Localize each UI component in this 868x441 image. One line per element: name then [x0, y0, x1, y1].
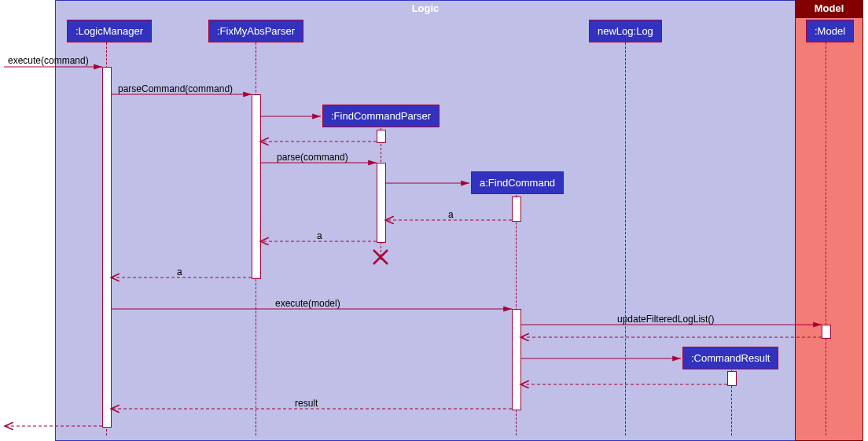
sequence-diagram: Logic Model :LogicManager :FixMyAbsParse…	[0, 0, 868, 441]
msg-execute: execute(command)	[8, 55, 89, 66]
msg-a2: a	[317, 230, 322, 241]
commandresult-activation	[727, 371, 737, 386]
msg-a1: a	[448, 209, 454, 220]
model-activation	[822, 325, 831, 339]
findcommandparser-activation-1	[377, 130, 386, 143]
model-frame: Model	[795, 0, 863, 441]
logicmanager-activation	[102, 67, 112, 428]
model-participant: :Model	[806, 20, 854, 42]
newlog-lifeline	[625, 42, 626, 435]
logic-frame-title: Logic	[412, 2, 440, 14]
model-frame-header: Model	[796, 1, 862, 18]
msg-parse: parse(command)	[277, 152, 348, 163]
findcommand-activation-1	[512, 197, 521, 222]
model-lifeline	[826, 42, 826, 435]
commandresult-participant: :CommandResult	[682, 347, 778, 369]
msg-a3: a	[177, 266, 182, 277]
findcommandparser-participant: :FindCommandParser	[322, 105, 440, 127]
logic-frame: Logic	[55, 0, 796, 441]
msg-result: result	[295, 398, 318, 409]
findcommandparser-activation-2	[377, 163, 386, 243]
findcommand-participant: a:FindCommand	[471, 171, 564, 194]
msg-parsecommand: parseCommand(command)	[118, 83, 233, 94]
fixmyabsparser-activation	[252, 94, 261, 279]
msg-updatefiltered: updateFilteredLogList()	[617, 314, 714, 325]
findcommand-activation-2	[512, 309, 521, 410]
msg-executemodel: execute(model)	[275, 298, 340, 309]
logicmanager-participant: :LogicManager	[67, 20, 152, 42]
newlog-participant: newLog:Log	[589, 20, 662, 42]
fixmyabsparser-participant: :FixMyAbsParser	[208, 20, 303, 42]
model-frame-title: Model	[815, 2, 844, 14]
